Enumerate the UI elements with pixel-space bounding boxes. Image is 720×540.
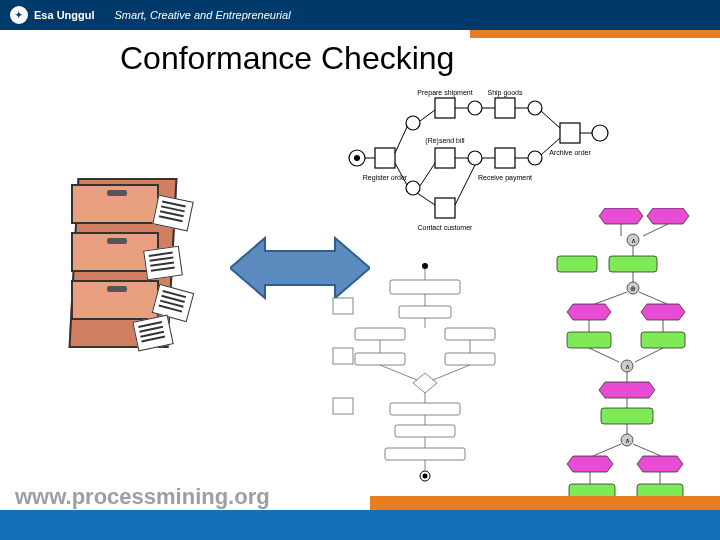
svg-line-18 — [420, 163, 435, 186]
svg-rect-59 — [333, 398, 353, 414]
svg-marker-94 — [637, 456, 683, 472]
svg-line-73 — [639, 292, 667, 304]
epc-diagram: ∧ ⊕ ∧ ∧ — [555, 208, 690, 508]
svg-rect-13 — [495, 98, 515, 118]
svg-line-63 — [643, 224, 668, 236]
svg-rect-78 — [567, 332, 611, 348]
petri-label-contact: Contact customer — [418, 224, 474, 231]
petri-label-resend: (Re)send bill — [425, 137, 465, 145]
svg-rect-51 — [395, 425, 455, 437]
petri-label-receive: Receive payment — [478, 174, 532, 182]
svg-line-46 — [380, 365, 417, 380]
svg-rect-39 — [355, 328, 405, 340]
svg-rect-37 — [399, 306, 451, 318]
svg-line-81 — [635, 348, 663, 362]
logo-icon: ✦ — [10, 6, 28, 24]
svg-line-10 — [420, 110, 435, 121]
svg-rect-58 — [333, 348, 353, 364]
svg-rect-28 — [560, 123, 580, 143]
svg-rect-9 — [435, 98, 455, 118]
svg-rect-44 — [445, 353, 495, 365]
svg-point-56 — [423, 474, 428, 479]
flowchart-diagram — [325, 258, 525, 488]
svg-point-31 — [592, 125, 608, 141]
svg-rect-21 — [495, 148, 515, 168]
svg-rect-87 — [601, 408, 653, 424]
svg-point-23 — [528, 151, 542, 165]
svg-marker-75 — [641, 304, 685, 320]
svg-point-15 — [528, 101, 542, 115]
svg-rect-3 — [375, 148, 395, 168]
svg-line-27 — [455, 165, 475, 205]
petri-label-archive: Archive order — [549, 149, 591, 156]
filing-cabinet-illustration — [65, 178, 195, 358]
svg-rect-35 — [390, 280, 460, 294]
petri-label-prepare: Prepare shipment — [417, 89, 472, 97]
svg-point-2 — [354, 155, 360, 161]
svg-marker-60 — [599, 208, 643, 224]
svg-line-80 — [589, 348, 619, 362]
tagline-text: Smart, Creative and Entrepreneurial — [115, 9, 291, 21]
svg-line-29 — [541, 111, 560, 128]
svg-marker-74 — [567, 304, 611, 320]
content-area: Register order Prepare shipment Ship goo… — [25, 88, 695, 480]
footer-orange-accent — [370, 496, 720, 510]
footer-url: www.processmining.org — [15, 484, 270, 510]
svg-text:∧: ∧ — [625, 437, 630, 444]
svg-line-47 — [433, 365, 470, 380]
svg-marker-45 — [413, 373, 437, 393]
svg-marker-61 — [647, 208, 689, 224]
svg-point-19 — [468, 151, 482, 165]
svg-rect-40 — [445, 328, 495, 340]
svg-line-92 — [633, 444, 661, 456]
svg-marker-85 — [599, 382, 655, 398]
svg-text:∧: ∧ — [625, 363, 630, 370]
svg-line-7 — [395, 127, 407, 153]
svg-rect-68 — [557, 256, 597, 272]
header-bar: ✦ Esa Unggul Smart, Creative and Entrepr… — [0, 0, 720, 30]
svg-rect-53 — [385, 448, 465, 460]
svg-text:⊕: ⊕ — [630, 285, 636, 292]
svg-rect-79 — [641, 332, 685, 348]
university-logo: ✦ Esa Unggul — [10, 6, 95, 24]
footer-bar — [0, 510, 720, 540]
svg-point-33 — [422, 263, 428, 269]
svg-line-72 — [595, 292, 627, 304]
svg-line-91 — [593, 444, 621, 456]
svg-marker-93 — [567, 456, 613, 472]
svg-point-11 — [468, 101, 482, 115]
svg-text:∧: ∧ — [631, 237, 636, 244]
svg-rect-49 — [390, 403, 460, 415]
svg-rect-17 — [435, 148, 455, 168]
svg-rect-67 — [609, 256, 657, 272]
svg-point-6 — [406, 181, 420, 195]
svg-point-5 — [406, 116, 420, 130]
petri-label-ship: Ship goods — [487, 89, 523, 97]
university-name: Esa Unggul — [34, 9, 95, 21]
svg-line-26 — [417, 193, 435, 205]
svg-rect-43 — [355, 353, 405, 365]
header-accent — [470, 30, 720, 38]
svg-rect-25 — [435, 198, 455, 218]
svg-rect-57 — [333, 298, 353, 314]
